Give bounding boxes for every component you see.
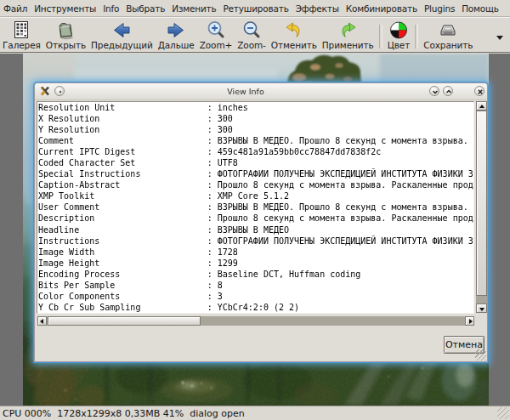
view-info-dialog: View Info Resolution Unit : inchesX Reso… bbox=[34, 82, 488, 362]
app-icon bbox=[40, 86, 50, 96]
vertical-scroll-thumb[interactable] bbox=[476, 111, 487, 296]
dialog-titlebar[interactable]: View Info bbox=[35, 83, 487, 100]
close-button[interactable] bbox=[474, 86, 484, 96]
menu-item[interactable]: Инструменты bbox=[31, 1, 99, 16]
open-folder-icon bbox=[55, 20, 76, 40]
menu-item[interactable]: Помощь bbox=[458, 1, 502, 16]
toolbar-button-label: Галерея bbox=[3, 40, 41, 51]
zoom-in-icon bbox=[206, 20, 226, 40]
toolbar-button[interactable]: Применить bbox=[320, 18, 376, 52]
toolbar-separator bbox=[379, 25, 382, 48]
scroll-left-button[interactable] bbox=[37, 316, 47, 326]
undo-icon bbox=[284, 20, 304, 40]
toolbar-button[interactable]: Zoom+ bbox=[198, 18, 235, 52]
toolbar-button-label: Дальше bbox=[158, 40, 195, 51]
metadata-row: Y Resolution : 300 bbox=[38, 124, 473, 135]
metadata-row: Bits Per Sample : 8 bbox=[38, 280, 473, 291]
arrow-right-icon bbox=[469, 319, 473, 324]
metadata-row: Coded Character Set : UTF8 bbox=[38, 157, 473, 168]
scroll-down-button[interactable] bbox=[476, 304, 487, 313]
metadata-row: Resolution Unit : inches bbox=[38, 102, 473, 113]
metadata-row: Current IPTC Digest : 459c481a91a59bb0cc… bbox=[38, 146, 473, 157]
scroll-up-button[interactable] bbox=[476, 101, 487, 111]
toolbar-button[interactable]: Отменить bbox=[269, 18, 319, 52]
save-icon bbox=[438, 20, 458, 40]
metadata-row: Image Width : 1728 bbox=[38, 247, 473, 258]
metadata-row: Special Instructions : ФОТОГРАФИИ ПОЛУЧЕ… bbox=[38, 168, 473, 179]
toolbar-button-label: Отменить bbox=[271, 40, 317, 51]
toolbar-button-label: Zoom+ bbox=[200, 40, 233, 51]
toolbar-button-label: Цвет bbox=[388, 40, 411, 51]
color-wheel-icon bbox=[388, 20, 409, 40]
redo-icon bbox=[337, 20, 358, 40]
horizontal-scroll-thumb[interactable] bbox=[48, 316, 201, 326]
metadata-row: Description : Прошло 8 секунд с момента … bbox=[38, 213, 473, 224]
toolbar-button-label: Применить bbox=[322, 40, 374, 51]
toolbar: ГалереяОткрытьПредыдущийДальшеZoom+Zoom-… bbox=[0, 17, 510, 53]
toolbar-button[interactable]: Галерея bbox=[1, 18, 42, 52]
toolbar-button[interactable]: Цвет bbox=[386, 18, 412, 52]
status-text: CPU 000% 1728x1299x8 0,33MB 41% dialog o… bbox=[3, 408, 245, 419]
chevron-down-icon bbox=[431, 88, 439, 96]
metadata-row: Color Components : 3 bbox=[38, 291, 473, 302]
menu-item[interactable]: Выбрать bbox=[122, 1, 168, 16]
chevron-up-icon bbox=[445, 88, 453, 96]
menu-item[interactable]: Комбинировать bbox=[343, 1, 421, 16]
metadata-row: Y Cb Cr Sub Sampling : YCbCr4:2:0 (2 2) bbox=[38, 302, 473, 313]
metadata-row: Encoding Process : Baseline DCT, Huffman… bbox=[38, 269, 473, 280]
image-canvas: View Info Resolution Unit : inchesX Reso… bbox=[0, 54, 510, 406]
arrow-left-icon bbox=[40, 319, 43, 324]
arrow-down-icon bbox=[479, 308, 484, 311]
gallery-icon bbox=[11, 20, 31, 40]
next-arrow-icon bbox=[166, 20, 186, 40]
arrow-up-icon bbox=[479, 105, 484, 108]
metadata-row: XMP Toolkit : XMP Core 5.1.2 bbox=[38, 190, 473, 201]
metadata-row: Headline : ВЗРЫВЫ В МЕДЕО bbox=[38, 224, 473, 236]
metadata-row: Image Height : 1299 bbox=[38, 258, 473, 269]
toolbar-button-label: Открыть bbox=[46, 40, 86, 51]
metadata-row: User Comment : ВЗРЫВЫ В МЕДЕО. Прошло 8 … bbox=[38, 201, 473, 213]
metadata-row: Caption-Abstract : Прошло 8 секунд с мом… bbox=[38, 179, 473, 190]
menu-item[interactable]: Изменить bbox=[168, 1, 219, 16]
maximize-button[interactable] bbox=[443, 86, 453, 96]
horizontal-scrollbar[interactable] bbox=[37, 316, 474, 326]
toolbar-button-label: Zoom- bbox=[237, 40, 266, 51]
metadata-row: Comment : ВЗРЫВЫ В МЕДЕО. Прошло 8 секун… bbox=[38, 135, 473, 146]
chevron-down-icon[interactable] bbox=[496, 36, 503, 40]
menu-item[interactable]: Эффекты bbox=[292, 1, 343, 16]
toolbar-button[interactable]: Открыть bbox=[44, 18, 88, 52]
menu-item[interactable]: Ретушировать bbox=[219, 1, 292, 16]
minimize-button[interactable] bbox=[429, 86, 439, 96]
vertical-scrollbar[interactable] bbox=[476, 101, 487, 313]
close-icon bbox=[476, 88, 484, 96]
menu-item[interactable]: Plugins bbox=[421, 1, 458, 16]
scroll-right-button[interactable] bbox=[465, 316, 474, 326]
window-resize-grip[interactable] bbox=[497, 407, 509, 419]
metadata-row: X Resolution : 300 bbox=[38, 113, 473, 124]
toolbar-button-label: Сохранить bbox=[423, 40, 473, 51]
menu-item[interactable]: Info bbox=[99, 1, 122, 16]
previous-arrow-icon bbox=[111, 20, 132, 40]
zoom-out-icon bbox=[241, 20, 262, 40]
status-bar: CPU 000% 1728x1299x8 0,33MB 41% dialog o… bbox=[0, 406, 510, 420]
menu-item[interactable]: Файл bbox=[0, 1, 31, 16]
dialog-title: View Info bbox=[64, 87, 428, 96]
menu-bar: ФайлИнструментыInfoВыбратьИзменитьРетуши… bbox=[0, 0, 510, 17]
dialog-resize-grip[interactable] bbox=[475, 349, 486, 360]
toolbar-button[interactable]: Сохранить bbox=[422, 18, 474, 52]
toolbar-separator bbox=[415, 25, 418, 48]
metadata-row: Instructions : ФОТОГРАФИИ ПОЛУЧЕНЫ ЭКСПЕ… bbox=[38, 236, 473, 247]
toolbar-button[interactable]: Zoom- bbox=[235, 18, 268, 52]
metadata-list[interactable]: Resolution Unit : inchesX Resolution : 3… bbox=[37, 101, 474, 314]
toolbar-button[interactable]: Предыдущий bbox=[89, 18, 155, 52]
toolbar-button-label: Предыдущий bbox=[91, 40, 153, 51]
toolbar-button[interactable]: Дальше bbox=[156, 18, 196, 52]
application-window: ФайлИнструментыInfoВыбратьИзменитьРетуши… bbox=[0, 0, 510, 420]
